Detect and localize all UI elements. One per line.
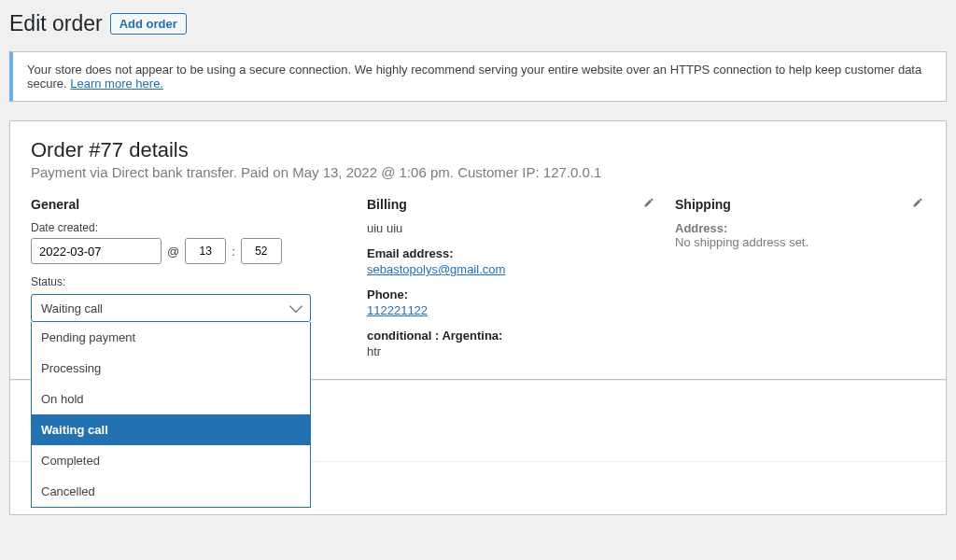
billing-phone-label: Phone: (367, 287, 640, 301)
shipping-address-label: Address: (675, 221, 908, 235)
minute-input[interactable] (241, 238, 282, 264)
https-notice: Your store does not appear to be using a… (9, 51, 947, 102)
order-subtitle: Payment via Direct bank transfer. Paid o… (31, 164, 925, 180)
status-dropdown: Pending payment Processing On hold Waiti… (31, 322, 311, 508)
status-option-pending[interactable]: Pending payment (32, 322, 310, 353)
status-label: Status: (31, 275, 348, 288)
page-title: Edit order (9, 11, 103, 36)
shipping-column: Shipping Address: No shipping address se… (675, 197, 925, 358)
edit-billing-icon[interactable] (643, 197, 656, 210)
shipping-address-value: No shipping address set. (675, 235, 908, 249)
billing-email-link[interactable]: sebastopolys@gmail.com (367, 262, 505, 276)
status-option-waiting-call[interactable]: Waiting call (32, 414, 310, 445)
order-details-panel: Order #77 details Payment via Direct ban… (9, 120, 947, 380)
billing-conditional-value: htr (367, 344, 640, 358)
chevron-down-icon (289, 300, 302, 313)
billing-conditional-label: conditional : Argentina: (367, 329, 640, 343)
billing-phone-link[interactable]: 112221122 (367, 303, 428, 317)
edit-shipping-icon[interactable] (912, 197, 925, 210)
date-created-label: Date created: (31, 221, 348, 234)
billing-column: Billing uiu uiu Email address: sebastopo… (367, 197, 656, 358)
status-option-processing[interactable]: Processing (32, 353, 310, 384)
status-selected-value: Waiting call (41, 301, 103, 315)
shipping-heading: Shipping (675, 197, 908, 212)
at-symbol: @ (167, 245, 179, 259)
order-title: Order #77 details (31, 138, 925, 162)
status-option-completed[interactable]: Completed (32, 445, 310, 476)
hour-input[interactable] (185, 238, 226, 264)
time-colon: : (232, 245, 235, 259)
general-heading: General (31, 197, 348, 212)
billing-heading: Billing (367, 197, 640, 212)
billing-name: uiu uiu (367, 221, 640, 235)
status-option-on-hold[interactable]: On hold (32, 384, 310, 414)
add-order-button[interactable]: Add order (110, 13, 187, 35)
date-created-input[interactable] (31, 238, 162, 264)
status-option-cancelled[interactable]: Cancelled (32, 476, 310, 507)
notice-learn-more-link[interactable]: Learn more here. (70, 77, 163, 91)
billing-email-label: Email address: (367, 246, 640, 260)
status-select[interactable]: Waiting call (31, 294, 311, 322)
general-column: General Date created: @ : Status: Waitin… (31, 197, 348, 358)
